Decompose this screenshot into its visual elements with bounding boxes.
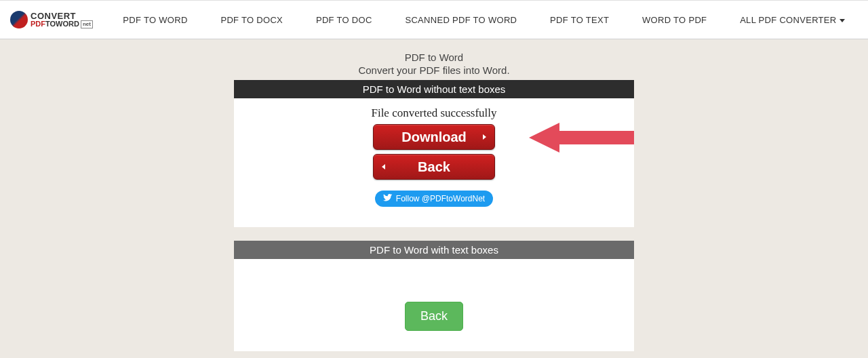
nav-scanned-pdf-to-word[interactable]: SCANNED PDF TO WORD xyxy=(397,9,525,31)
section2-header: PDF to Word with text boxes xyxy=(234,241,634,259)
nav-pdf-to-docx[interactable]: PDF TO DOCX xyxy=(212,9,291,31)
header: CONVERT PDFTOWORDnet PDF TO WORD PDF TO … xyxy=(0,0,868,39)
back-button[interactable]: Back xyxy=(373,154,495,180)
page-title: PDF to Word xyxy=(234,52,634,63)
section1-content: File converted successfully Download Bac… xyxy=(234,98,634,227)
arrow-annotation-icon xyxy=(529,117,637,158)
error-message: Error uploading file xyxy=(234,279,634,291)
logo-text: CONVERT PDFTOWORDnet xyxy=(31,12,93,28)
chevron-left-icon xyxy=(382,164,385,170)
section1-header: PDF to Word without text boxes xyxy=(234,80,634,98)
logo[interactable]: CONVERT PDFTOWORDnet xyxy=(7,11,93,28)
logo-icon xyxy=(10,11,28,28)
download-button-label: Download xyxy=(401,130,467,144)
page-subtitle: Convert your PDF files into Word. xyxy=(234,64,634,76)
back-button-2[interactable]: Back xyxy=(405,302,463,331)
download-button[interactable]: Download xyxy=(373,124,495,150)
nav: PDF TO WORD PDF TO DOCX PDF TO DOC SCANN… xyxy=(106,9,861,31)
back-button-label: Back xyxy=(418,159,450,174)
chevron-right-icon xyxy=(483,134,486,140)
nav-word-to-pdf[interactable]: WORD TO PDF xyxy=(634,9,715,31)
twitter-follow-label: Follow @PDFtoWordNet xyxy=(396,194,485,203)
nav-pdf-to-text[interactable]: PDF TO TEXT xyxy=(542,9,617,31)
svg-marker-0 xyxy=(529,123,634,153)
twitter-icon xyxy=(383,194,393,203)
main-content: PDF to Word Convert your PDF files into … xyxy=(234,52,634,351)
twitter-follow-button[interactable]: Follow @PDFtoWordNet xyxy=(375,191,493,207)
section2-content: Error uploading file Back xyxy=(234,259,634,351)
nav-all-pdf-converter[interactable]: ALL PDF CONVERTER xyxy=(732,9,852,31)
nav-pdf-to-doc[interactable]: PDF TO DOC xyxy=(308,9,380,31)
nav-pdf-to-word[interactable]: PDF TO WORD xyxy=(115,9,195,31)
success-message: File converted successfully xyxy=(234,106,634,120)
